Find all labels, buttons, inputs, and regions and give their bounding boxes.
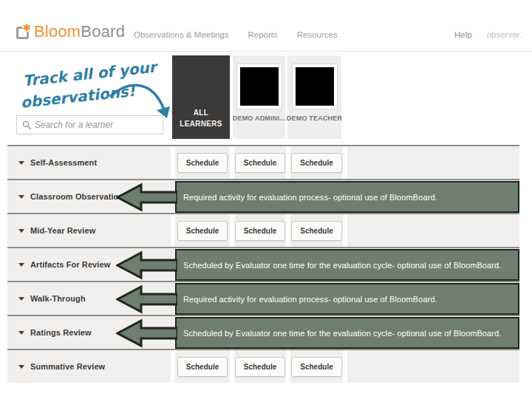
cell-demo-admin: Schedule — [234, 350, 286, 383]
search-input[interactable] — [35, 117, 160, 133]
caret-down-icon[interactable] — [18, 263, 24, 267]
row-label-cell: Self-Assessment — [7, 146, 171, 179]
brand-bloom: Bloom — [34, 22, 81, 41]
callout-text: Required activity for evaluation process… — [177, 193, 437, 202]
caret-down-icon[interactable] — [18, 365, 24, 369]
table-row-artifacts-for-review: Artifacts For Review Scheduled by Evalua… — [7, 247, 519, 281]
row-label: Artifacts For Review — [30, 260, 110, 269]
search-box — [16, 115, 163, 134]
nav-item-observations-meetings[interactable]: Observations & Meetings — [134, 30, 228, 39]
cell-all-learners: Schedule — [175, 350, 230, 383]
row-label: Mid-Year Review — [30, 226, 95, 235]
cell-all-learners: Schedule — [175, 214, 230, 247]
demo-teacher-label: DEMO TEACHER — [287, 115, 342, 122]
nav-right: Help observer. — [454, 30, 522, 39]
table-row-mid-year-review: Mid-Year Review Schedule Schedule Schedu… — [7, 213, 519, 247]
schedule-button[interactable]: Schedule — [235, 153, 285, 173]
caret-down-icon[interactable] — [18, 161, 24, 165]
table-row-classroom-observation: Classroom Observation Required activity … — [7, 179, 519, 213]
column-card-demo-admin[interactable]: DEMO ADMINI... — [233, 55, 285, 139]
schedule-button[interactable]: Schedule — [291, 221, 341, 241]
row-label: Classroom Observation — [30, 192, 123, 201]
cell-demo-teacher: Schedule — [290, 146, 343, 179]
cell-demo-admin: Schedule — [234, 214, 286, 247]
row-label-cell: Mid-Year Review — [7, 214, 171, 247]
row-label: Walk-Through — [30, 294, 86, 303]
avatar-frame — [236, 64, 282, 109]
column-card-demo-teacher[interactable]: DEMO TEACHER — [287, 55, 341, 139]
row-label-cell: Summative Review — [7, 350, 171, 383]
cell-all-learners: Schedule — [175, 146, 230, 179]
observation-table: Self-Assessment Schedule Schedule Schedu… — [7, 145, 519, 383]
table-row-walk-through: Walk-Through Required activity for evalu… — [7, 281, 519, 315]
callout-box: Required activity for evaluation process… — [175, 181, 519, 213]
banner: Track all of your observations! ALL LEAR… — [0, 52, 532, 145]
caret-down-icon[interactable] — [18, 331, 24, 335]
nav-links: Observations & Meetings Reports Resource… — [134, 30, 338, 39]
callout-box: Scheduled by Evaluator one time for the … — [175, 317, 519, 349]
callout-text: Required activity for evaluation process… — [177, 295, 437, 304]
nav-item-resources[interactable]: Resources — [297, 30, 338, 39]
cell-demo-teacher: Schedule — [290, 350, 343, 383]
empty-cell — [347, 214, 519, 247]
row-label: Ratings Review — [30, 328, 92, 337]
schedule-button[interactable]: Schedule — [177, 221, 228, 241]
star-icon: ✱ — [23, 22, 31, 33]
schedule-button[interactable]: Schedule — [291, 357, 341, 377]
cell-demo-teacher: Schedule — [290, 214, 343, 247]
empty-cell — [347, 350, 519, 383]
table-row-summative-review: Summative Review Schedule Schedule Sched… — [7, 349, 519, 383]
callout-box: Scheduled by Evaluator one time for the … — [175, 249, 519, 281]
schedule-button[interactable]: Schedule — [235, 357, 285, 377]
callout-text: Scheduled by Evaluator one time for the … — [177, 329, 501, 338]
search-icon — [22, 120, 32, 130]
schedule-button[interactable]: Schedule — [177, 153, 228, 173]
row-label: Summative Review — [30, 362, 105, 371]
top-nav: ✱ BloomBoard Observations & Meetings Rep… — [0, 0, 532, 52]
row-label: Self-Assessment — [30, 158, 97, 167]
page: ✱ BloomBoard Observations & Meetings Rep… — [0, 0, 532, 399]
table-row-ratings-review: Ratings Review Scheduled by Evaluator on… — [7, 315, 519, 349]
help-link[interactable]: Help — [454, 30, 472, 39]
callout-box: Required activity for evaluation process… — [175, 283, 519, 315]
callout-arrow-icon — [116, 250, 177, 280]
caret-down-icon[interactable] — [18, 297, 24, 301]
caret-down-icon[interactable] — [18, 229, 24, 233]
table-row-self-assessment: Self-Assessment Schedule Schedule Schedu… — [7, 145, 519, 179]
callout-arrow-icon — [116, 318, 177, 348]
bloomboard-logo[interactable]: ✱ BloomBoard — [16, 22, 125, 41]
all-learners-label: ALL LEARNERS — [178, 107, 224, 139]
avatar — [296, 67, 334, 106]
nav-item-reports[interactable]: Reports — [248, 30, 277, 39]
caret-down-icon[interactable] — [18, 195, 24, 199]
brand-board: Board — [81, 22, 125, 41]
demo-admin-label: DEMO ADMINI... — [233, 115, 285, 122]
column-card-all-learners[interactable]: ALL LEARNERS — [172, 55, 230, 139]
bloomboard-logo-icon: ✱ — [16, 27, 29, 39]
cell-demo-admin: Schedule — [234, 146, 286, 179]
schedule-button[interactable]: Schedule — [235, 221, 285, 241]
user-menu[interactable]: observer. — [487, 30, 522, 39]
avatar — [240, 67, 279, 106]
empty-cell — [347, 146, 519, 179]
callout-arrow-icon — [116, 284, 177, 314]
avatar-frame — [292, 64, 338, 109]
schedule-button[interactable]: Schedule — [291, 153, 341, 173]
callout-arrow-icon — [116, 183, 177, 212]
schedule-button[interactable]: Schedule — [177, 357, 228, 377]
callout-text: Scheduled by Evaluator one time for the … — [177, 261, 501, 270]
